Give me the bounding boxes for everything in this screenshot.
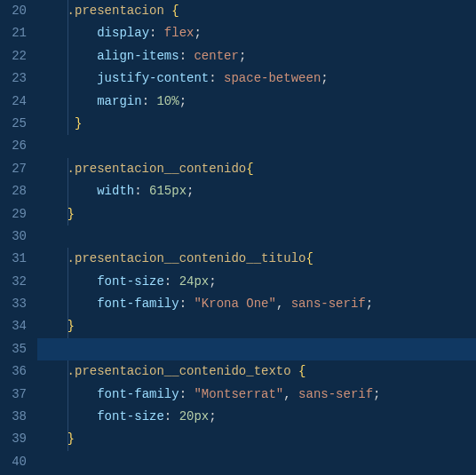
token-sep: ; — [209, 409, 216, 424]
line-number: 20 — [0, 0, 27, 22]
indent-guide — [67, 67, 68, 90]
token-sep: ; — [321, 71, 328, 85]
token-value: space-between — [224, 71, 321, 85]
indent-whitespace — [37, 251, 67, 265]
token-sep: ; — [179, 94, 186, 108]
token-selector: .presentacion__contenido_texto — [67, 364, 291, 378]
token-prop: align-items — [97, 49, 178, 63]
indent-whitespace — [37, 364, 67, 378]
token-number: 20px — [179, 409, 210, 424]
token-punc: { — [246, 162, 253, 176]
line-number: 40 — [0, 451, 27, 473]
line-number: 24 — [0, 91, 27, 113]
indent-guide — [67, 0, 68, 22]
token-colon: : — [142, 94, 149, 108]
indent-whitespace — [37, 162, 67, 176]
code-line[interactable]: .presentacion__contenido__titulo{ — [37, 248, 476, 270]
token-value: "Montserrat" — [194, 387, 283, 401]
line-number: 35 — [0, 338, 27, 360]
code-line[interactable]: font-family: "Montserrat", sans-serif; — [37, 384, 476, 406]
token-colon: : — [209, 71, 216, 85]
line-number: 36 — [0, 360, 27, 383]
code-line[interactable]: font-size: 24px; — [37, 271, 476, 293]
indent-guide — [67, 406, 68, 428]
token-sep — [156, 26, 163, 40]
code-line[interactable]: .presentacion__contenido{ — [37, 158, 476, 180]
code-line[interactable] — [37, 338, 476, 360]
code-area[interactable]: .presentacion { display: flex; align-ite… — [37, 0, 476, 475]
code-line[interactable]: } — [37, 113, 476, 135]
token-value: center — [194, 49, 238, 63]
code-line[interactable]: .presentacion { — [37, 0, 476, 22]
token-sep — [217, 71, 224, 85]
token-punc: } — [67, 207, 75, 221]
code-line[interactable]: width: 615px; — [37, 180, 476, 202]
token-prop: font-family — [97, 297, 178, 311]
token-prop: margin — [97, 94, 141, 108]
token-punc: { — [171, 4, 178, 18]
token-sep: ; — [366, 297, 373, 311]
line-number-gutter: 2021222324252627282930313233343536373839… — [0, 0, 37, 475]
token-colon: : — [179, 297, 186, 311]
token-sep: ; — [209, 274, 216, 289]
indent-whitespace — [37, 207, 67, 221]
token-prop: font-family — [97, 387, 178, 401]
code-line[interactable]: margin: 10%; — [37, 91, 476, 113]
token-value: flex — [164, 26, 194, 40]
indent-guide — [67, 113, 68, 135]
code-line[interactable] — [37, 451, 476, 473]
token-colon: : — [164, 409, 171, 424]
token-number: 615px — [149, 184, 186, 198]
code-line[interactable]: font-family: "Krona One", sans-serif; — [37, 293, 476, 315]
token-selector: .presentacion — [67, 4, 164, 18]
token-sep — [171, 409, 178, 424]
code-line[interactable]: } — [37, 203, 476, 226]
line-number: 39 — [0, 428, 27, 450]
line-number: 34 — [0, 315, 27, 337]
code-line[interactable]: } — [37, 315, 476, 337]
token-value: "Krona One" — [194, 297, 275, 311]
token-sep: ; — [194, 26, 201, 40]
token-colon: : — [179, 49, 186, 63]
indent-guide — [67, 271, 68, 293]
token-sep: , — [283, 387, 290, 401]
token-punc: { — [305, 251, 313, 265]
token-sep: ; — [373, 387, 380, 401]
line-number: 21 — [0, 22, 27, 44]
token-sep — [142, 184, 149, 198]
token-sep: ; — [239, 49, 246, 63]
code-line[interactable]: .presentacion__contenido_texto { — [37, 360, 476, 383]
code-line[interactable]: display: flex; — [37, 22, 476, 44]
token-value: sans-serif — [291, 297, 366, 311]
token-colon: : — [164, 274, 171, 289]
code-line[interactable]: font-size: 20px; — [37, 406, 476, 428]
token-sep — [164, 4, 171, 18]
token-prop: display — [97, 26, 149, 40]
token-number: 24px — [179, 274, 210, 289]
indent-whitespace — [37, 4, 67, 18]
line-number: 32 — [0, 271, 27, 293]
code-line[interactable]: justify-content: space-between; — [37, 67, 476, 90]
token-sep — [291, 364, 298, 378]
indent-whitespace — [37, 319, 67, 333]
indent-guide — [67, 293, 68, 315]
code-line[interactable]: } — [37, 428, 476, 450]
token-sep — [283, 297, 290, 311]
code-editor[interactable]: 2021222324252627282930313233343536373839… — [0, 0, 476, 475]
indent-whitespace — [37, 431, 67, 446]
line-number: 29 — [0, 203, 27, 226]
indent-guide — [67, 203, 68, 226]
line-number: 31 — [0, 248, 27, 270]
token-value: sans-serif — [298, 387, 373, 401]
indent-guide — [67, 45, 68, 67]
token-colon: : — [179, 387, 186, 401]
code-line[interactable]: align-items: center; — [37, 45, 476, 67]
code-line[interactable] — [37, 226, 476, 248]
line-number: 27 — [0, 158, 27, 180]
token-prop: font-size — [97, 274, 164, 289]
line-number: 25 — [0, 113, 27, 135]
indent-guide — [67, 428, 68, 450]
code-line[interactable] — [37, 135, 476, 157]
token-punc: } — [67, 431, 75, 446]
token-sep: ; — [186, 184, 194, 198]
